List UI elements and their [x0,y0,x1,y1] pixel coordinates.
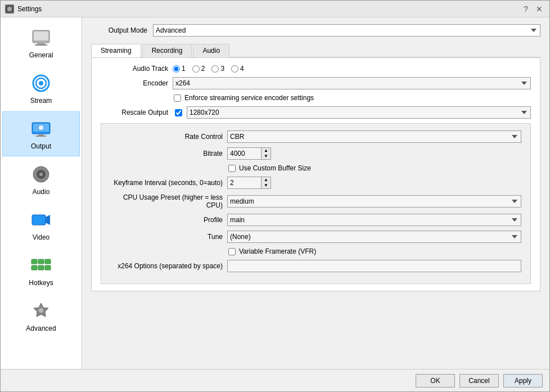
audio-track-2[interactable]: 2 [192,65,205,73]
cpu-preset-row: CPU Usage Preset (higher = less CPU) med… [110,193,521,209]
svg-marker-18 [46,215,50,225]
enforce-label: Enforce streaming service encoder settin… [184,94,314,102]
tune-row: Tune (None) [110,231,521,243]
footer: OK Cancel Apply [1,369,549,391]
svg-point-1 [7,7,12,11]
svg-point-25 [39,308,43,313]
profile-select[interactable]: main [227,214,521,226]
svg-rect-22 [31,265,37,270]
rate-control-label: Rate Control [110,133,223,141]
cpu-preset-select[interactable]: medium [227,195,521,208]
tab-streaming[interactable]: Streaming [91,44,141,57]
output-mode-select[interactable]: Advanced [153,24,540,37]
enforce-checkbox[interactable] [174,94,181,102]
svg-rect-21 [45,259,51,264]
ok-button[interactable]: OK [416,374,455,388]
keyframe-input-group: ▲ ▼ [227,177,521,189]
custom-buffer-row: Use Custom Buffer Size [228,164,521,172]
tab-recording[interactable]: Recording [142,44,192,57]
bitrate-input-group: ▲ ▼ [227,147,521,160]
enforce-row: Enforce streaming service encoder settin… [174,94,531,102]
x264-options-label: x264 Options (separated by space) [110,262,223,270]
encoder-row: Encoder x264 [101,77,531,89]
x264-options-row: x264 Options (separated by space) [110,260,521,272]
main-panel: Output Mode Advanced Streaming Recording… [82,17,549,369]
rescale-checkbox[interactable] [175,109,182,116]
settings-box: Audio Track 1 2 3 [91,57,540,291]
svg-rect-23 [38,265,44,270]
tabs: Streaming Recording Audio [91,43,540,57]
rate-control-select[interactable]: CBR [227,130,521,143]
sidebar: General Stream [1,17,82,369]
encoder-select[interactable]: x264 [173,77,531,89]
svg-rect-5 [35,44,47,46]
svg-rect-3 [34,31,48,40]
window-title: Settings [17,5,520,13]
audio-track-label: Audio Track [101,65,168,73]
bitrate-down-button[interactable]: ▼ [262,154,271,159]
sidebar-item-output[interactable]: Output [2,111,80,156]
general-icon [30,26,52,49]
custom-buffer-checkbox[interactable] [228,165,236,172]
keyframe-input[interactable] [227,177,261,189]
sidebar-item-video[interactable]: Video [2,202,80,247]
svg-point-16 [39,173,43,176]
rescale-row: Rescale Output 1280x720 [101,106,531,119]
close-button[interactable]: ✕ [534,3,545,15]
sidebar-label-video: Video [33,233,49,241]
sidebar-item-hotkeys[interactable]: Hotkeys [2,248,80,293]
x264-options-input[interactable] [227,260,521,272]
keyframe-row: Keyframe Interval (seconds, 0=auto) ▲ ▼ [110,177,521,189]
rescale-label: Rescale Output [101,109,168,116]
encoder-label: Encoder [101,79,168,87]
bitrate-label: Bitrate [110,150,223,157]
svg-rect-19 [31,259,37,264]
audio-track-1[interactable]: 1 [173,65,186,73]
sidebar-label-general: General [29,51,53,59]
tune-label: Tune [110,233,223,241]
cancel-button[interactable]: Cancel [459,374,499,388]
bitrate-spinner: ▲ ▼ [261,147,271,160]
settings-window: Settings ? ✕ General [0,0,550,392]
output-icon [30,118,52,140]
keyframe-up-button[interactable]: ▲ [262,177,271,183]
advanced-icon [30,300,52,322]
profile-row: Profile main [110,214,521,226]
custom-buffer-label: Use Custom Buffer Size [239,164,311,172]
svg-rect-24 [45,265,51,270]
keyframe-label: Keyframe Interval (seconds, 0=auto) [110,179,223,187]
svg-rect-17 [32,215,46,225]
apply-button[interactable]: Apply [503,374,543,388]
svg-point-8 [39,81,43,85]
sidebar-item-stream[interactable]: Stream [2,66,80,111]
rate-control-row: Rate Control CBR [110,130,521,143]
keyframe-down-button[interactable]: ▼ [262,183,271,188]
audio-track-radios: 1 2 3 4 [173,65,531,73]
output-mode-row: Output Mode Advanced [91,24,540,37]
title-bar-buttons: ? ✕ [520,3,545,15]
tune-select[interactable]: (None) [227,231,521,243]
svg-rect-20 [38,259,44,264]
output-mode-label: Output Mode [91,26,147,34]
sidebar-item-audio[interactable]: Audio [2,157,80,202]
bitrate-up-button[interactable]: ▲ [262,148,271,154]
audio-track-4[interactable]: 4 [231,65,244,73]
tab-audio[interactable]: Audio [193,44,229,57]
sidebar-item-general[interactable]: General [2,20,80,65]
sidebar-label-output: Output [31,142,51,150]
sidebar-label-hotkeys: Hotkeys [29,279,53,287]
vfr-checkbox[interactable] [228,248,236,255]
content-area: General Stream [1,17,549,369]
keyframe-spinner: ▲ ▼ [261,177,271,189]
title-bar: Settings ? ✕ [1,1,549,17]
vfr-label: Variable Framerate (VFR) [239,247,316,255]
sidebar-item-advanced[interactable]: Advanced [2,294,80,339]
svg-rect-12 [36,136,46,137]
bitrate-input[interactable] [227,147,261,160]
audio-track-3[interactable]: 3 [211,65,224,73]
rescale-select[interactable]: 1280x720 [187,106,531,119]
app-icon [5,4,14,13]
help-button[interactable]: ? [520,3,531,15]
audio-icon [30,163,52,186]
audio-track-row: Audio Track 1 2 3 [101,65,531,73]
